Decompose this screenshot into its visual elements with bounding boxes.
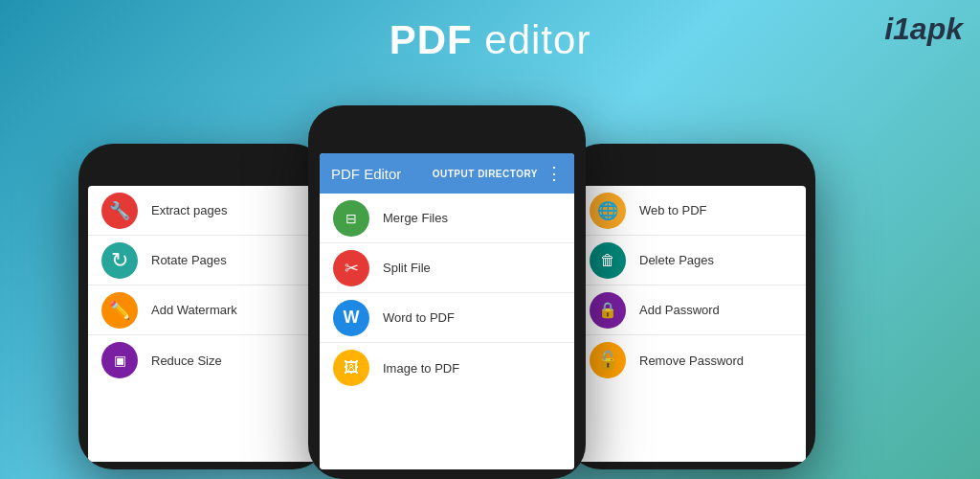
list-item[interactable]: ↻ Rotate Pages [88,236,318,285]
topbar: PDF Editor OUTPUT DIRECTORY ⋮ [320,153,574,194]
phone-center: PDF Editor OUTPUT DIRECTORY ⋮ ⊟ Merge Fi… [308,105,586,479]
list-item[interactable]: ✂ Split File [320,243,574,293]
split-label: Split File [383,261,431,275]
image-icon: 🖼 [333,350,369,386]
merge-icon: ⊟ [333,200,369,237]
watermark-icon: ✏️ [101,292,138,329]
phone-notch-left [165,157,241,171]
rotate-label: Rotate Pages [151,253,227,267]
list-item[interactable]: ✏️ Add Watermark [88,285,318,335]
delete-label: Delete Pages [639,253,714,267]
phone-left: 🔧 Extract pages ↻ Rotate Pages ✏️ Add Wa… [78,144,327,469]
addpass-label: Add Password [639,303,720,317]
delete-icon: 🗑 [590,242,626,279]
list-item[interactable]: 🔓 Remove Password [576,335,806,385]
merge-label: Merge Files [383,211,448,225]
extract-icon: 🔧 [101,193,138,229]
list-item[interactable]: 🔧 Extract pages [88,186,318,236]
extract-label: Extract pages [151,203,228,217]
phones-container: 🔧 Extract pages ↻ Rotate Pages ✏️ Add Wa… [78,105,902,479]
removepass-label: Remove Password [639,354,744,368]
list-item[interactable]: 🔒 Add Password [576,285,806,335]
web-label: Web to PDF [639,203,707,217]
app-title: PDF editor [390,17,591,63]
title-bold: PDF [390,17,473,62]
phone-screen-right: 🌐 Web to PDF 🗑 Delete Pages 🔒 Add Passwo… [576,186,806,462]
list-item[interactable]: 🖼 Image to PDF [320,343,574,393]
phone-right: 🌐 Web to PDF 🗑 Delete Pages 🔒 Add Passwo… [567,144,815,469]
phone-screen-left: 🔧 Extract pages ↻ Rotate Pages ✏️ Add Wa… [88,186,318,462]
menu-list-center: ⊟ Merge Files ✂ Split File W Word to PDF… [320,194,574,469]
menu-list-left: 🔧 Extract pages ↻ Rotate Pages ✏️ Add Wa… [88,186,318,462]
word-label: Word to PDF [383,310,455,325]
list-item[interactable]: ▣ Reduce Size [88,335,318,385]
list-item[interactable]: 🗑 Delete Pages [576,236,806,285]
more-icon[interactable]: ⋮ [546,165,563,182]
topbar-title: PDF Editor [331,166,401,182]
title-light: editor [473,17,591,62]
list-item[interactable]: ⊟ Merge Files [320,194,574,243]
reduce-label: Reduce Size [151,354,222,368]
list-item[interactable]: 🌐 Web to PDF [576,186,806,236]
phone-notch-center [409,119,485,132]
rotate-icon: ↻ [101,242,138,279]
addpass-icon: 🔒 [590,292,626,329]
list-item[interactable]: W Word to PDF [320,293,574,343]
phone-notch-right [653,157,729,171]
menu-list-right: 🌐 Web to PDF 🗑 Delete Pages 🔒 Add Passwo… [576,186,806,462]
watermark-label: Add Watermark [151,303,237,317]
web-icon: 🌐 [590,193,626,229]
split-icon: ✂ [333,250,369,286]
watermark: i1apk [884,11,963,47]
topbar-right: OUTPUT DIRECTORY ⋮ [433,165,563,182]
word-icon: W [333,300,369,336]
image-label: Image to PDF [383,361,459,376]
topbar-action[interactable]: OUTPUT DIRECTORY [433,169,538,179]
removepass-icon: 🔓 [590,342,626,378]
phone-screen-center: PDF Editor OUTPUT DIRECTORY ⋮ ⊟ Merge Fi… [320,153,574,469]
reduce-icon: ▣ [101,342,138,378]
